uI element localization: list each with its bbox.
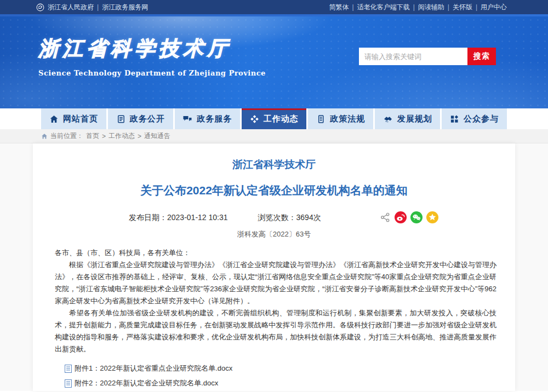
nav-item-policies[interactable]: 政策法规 xyxy=(308,108,373,129)
attachment-label: 附件1：2022年新认定省重点企业研究院名单.docx xyxy=(75,364,232,373)
main-navigation: 网站首页 政务公开 政务服务 工作动态 政策法规 发展规划 xyxy=(0,108,548,129)
nav-label: 政务公开 xyxy=(130,114,165,124)
article-title-line2: 关于公布2022年新认定省级企业研发机构名单的通知 xyxy=(33,183,515,198)
link-gov-service-net[interactable]: 浙江政务服务网 xyxy=(102,3,148,12)
nav-item-gov-disclosure[interactable]: 政务公开 xyxy=(108,108,173,129)
banner: 浙江省科学技术厅 Science Technology Department o… xyxy=(0,16,548,108)
nav-label: 政务服务 xyxy=(197,114,232,124)
article-meta: 发布日期：2023-01-12 10:31 浏览次数：3694次 xyxy=(33,211,515,224)
article-body: 各市、县（市、区）科技局，各有关单位： 根据《浙江省重点企业研究院建设与管理办法… xyxy=(33,239,515,355)
top-utility-bar: 浙江省人民政府 | 浙江政务服务网 简繁体 | 适老化客户端下载 | 阅读辅助 … xyxy=(0,0,548,14)
nav-label: 政策法规 xyxy=(330,114,365,124)
doc-file-icon xyxy=(65,379,72,388)
article-title-line1: 浙江省科学技术厅 xyxy=(33,158,515,172)
publish-date-value: 2023-01-12 10:31 xyxy=(167,213,228,222)
breadcrumb-work-updates[interactable]: 工作动态 xyxy=(109,131,135,141)
nav-label: 工作动态 xyxy=(264,114,299,124)
link-provincial-government[interactable]: 浙江省人民政府 xyxy=(48,3,94,12)
separator: | xyxy=(413,3,415,11)
views-label: 浏览次数： xyxy=(258,213,296,222)
link-elderly-client-download[interactable]: 适老化客户端下载 xyxy=(357,3,410,12)
nav-item-home[interactable]: 网站首页 xyxy=(41,108,106,129)
site-logo: 浙江省科学技术厅 Science Technology Department o… xyxy=(38,35,266,77)
pinwheel-icon xyxy=(250,114,259,124)
views-value: 3694次 xyxy=(296,213,321,222)
site-subtitle-en: Science Technology Department of Zhejian… xyxy=(38,69,266,77)
attachment-list: 附件1：2022年新认定省重点企业研究院名单.docx 附件2：2022年新认定… xyxy=(33,355,515,392)
link-reading-assist[interactable]: 阅读辅助 xyxy=(418,3,444,12)
search-input[interactable] xyxy=(359,48,467,65)
link-simplified-traditional[interactable]: 简繁体 xyxy=(329,3,349,12)
topbar-left: 浙江省人民政府 | 浙江政务服务网 xyxy=(36,3,148,12)
attachment-link-1[interactable]: 附件1：2022年新认定省重点企业研究院名单.docx xyxy=(65,364,515,373)
separator: | xyxy=(352,3,354,11)
newspaper-icon xyxy=(116,114,125,124)
nav-label: 发展规划 xyxy=(397,114,432,124)
breadcrumb-separator: > xyxy=(102,132,106,140)
paragraph-2: 希望各有关单位加强省级企业研发机构的建设，不断完善组织机构、管理制度和运行机制，… xyxy=(55,307,496,355)
home-small-icon xyxy=(41,133,48,140)
document-icon xyxy=(316,114,326,124)
breadcrumb-separator: > xyxy=(138,132,141,140)
publish-date: 发布日期：2023-01-12 10:31 xyxy=(129,213,228,223)
site-title: 浙江省科学技术厅 xyxy=(38,35,266,62)
nav-item-public-participation[interactable]: 公众参与 xyxy=(442,108,507,129)
view-count: 浏览次数：3694次 xyxy=(258,213,321,223)
article-card: 浙江省科学技术厅 关于公布2022年新认定省级企业研发机构名单的通知 发布日期：… xyxy=(33,143,515,391)
nav-item-gov-services[interactable]: 政务服务 xyxy=(175,108,240,129)
nav-item-development-plans[interactable]: 发展规划 xyxy=(375,108,440,129)
breadcrumb-label: 当前位置： xyxy=(50,131,83,141)
separator: | xyxy=(476,3,477,11)
handshake-icon xyxy=(383,114,393,124)
share-bar xyxy=(380,211,438,223)
wechat-icon[interactable] xyxy=(410,211,423,223)
nav-label: 公众参与 xyxy=(464,114,499,124)
nav-item-work-updates[interactable]: 工作动态 xyxy=(242,108,307,129)
blocks-icon xyxy=(450,114,459,124)
attachment-label: 附件2：2022年新认定省企业研究院名单.docx xyxy=(75,378,218,388)
search-box: 搜索 xyxy=(359,48,496,65)
salutation: 各市、县（市、区）科技局，各有关单位： xyxy=(55,247,496,259)
chat-bubbles-icon xyxy=(182,114,192,124)
gov-emblem-icon xyxy=(36,3,44,11)
nav-label: 网站首页 xyxy=(63,114,98,124)
attachment-link-2[interactable]: 附件2：2022年新认定省企业研究院名单.docx xyxy=(65,378,515,388)
share-icon[interactable] xyxy=(380,212,391,223)
weibo-icon[interactable] xyxy=(395,211,407,223)
home-icon xyxy=(49,114,59,124)
search-button[interactable]: 搜索 xyxy=(467,48,496,65)
document-number: 浙科发高〔2022〕63号 xyxy=(33,229,515,239)
publish-date-label: 发布日期： xyxy=(129,213,167,222)
doc-file-icon xyxy=(65,365,72,373)
separator: | xyxy=(448,3,449,11)
qzone-star-icon[interactable] xyxy=(426,211,438,223)
content-area: 浙江省科学技术厅 关于公布2022年新认定省级企业研发机构名单的通知 发布日期：… xyxy=(0,143,548,391)
paragraph-1: 根据《浙江省重点企业研究院建设与管理办法》《浙江省企业研究院建设与管理办法》《浙… xyxy=(55,259,496,307)
page: 浙江省人民政府 | 浙江政务服务网 简繁体 | 适老化客户端下载 | 阅读辅助 … xyxy=(0,0,548,392)
topbar-right: 简繁体 | 适老化客户端下载 | 阅读辅助 | 关怀版 | 用户中心 xyxy=(329,3,507,12)
breadcrumb-notices[interactable]: 通知通告 xyxy=(144,131,170,141)
breadcrumb-home[interactable]: 首页 xyxy=(86,131,99,141)
breadcrumb: 当前位置： 首页 > 工作动态 > 通知通告 xyxy=(0,129,548,143)
link-user-center[interactable]: 用户中心 xyxy=(481,3,507,12)
link-care-version[interactable]: 关怀版 xyxy=(453,3,472,12)
separator: | xyxy=(97,3,99,11)
